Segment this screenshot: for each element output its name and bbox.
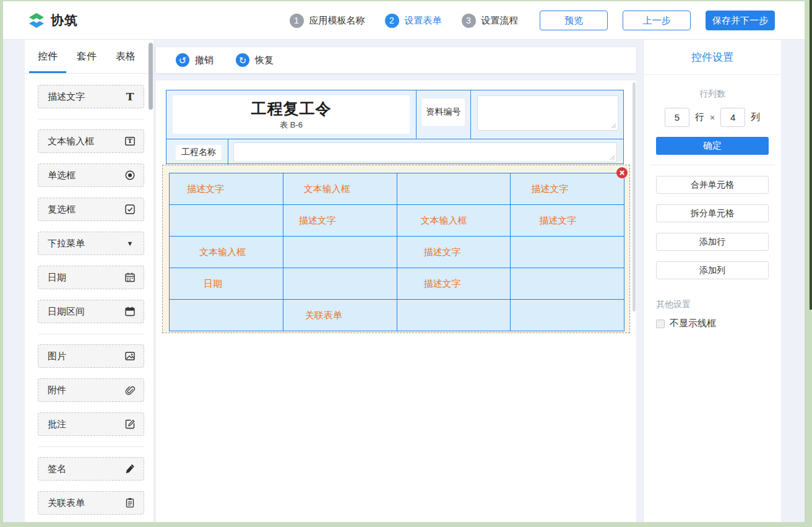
selected-table-block[interactable]: 描述文字 文本输入框 描述文字 描述文字 文本输入框 描述文字 文本输入框 描述… — [162, 165, 630, 333]
text-icon: T — [124, 91, 136, 102]
table-cell[interactable]: 文本输入框 — [397, 205, 511, 237]
delete-table-button[interactable] — [616, 167, 628, 178]
control-settings-panel: 控件设置 行列数 行 × 列 确定 合并单元格 拆分单元格 添加行 添加列 其他… — [644, 40, 781, 522]
form-title-box[interactable]: 工程复工令 表 B-6 — [173, 95, 410, 134]
rows-unit-label: 行 — [695, 111, 704, 123]
table-cell[interactable]: 描述文字 — [511, 173, 624, 205]
checkbox-icon — [124, 204, 136, 215]
step-2[interactable]: 2 设置表单 — [385, 14, 442, 28]
radio-icon — [124, 170, 136, 181]
resize-grip-icon[interactable] — [611, 123, 616, 129]
table-cell[interactable] — [511, 237, 624, 268]
control-item-attachment[interactable]: 附件 — [38, 378, 144, 402]
paperclip-icon — [124, 385, 136, 396]
project-name-label-cell[interactable]: 工程名称 — [166, 139, 228, 165]
table-cell[interactable] — [397, 300, 511, 331]
control-item-list: 描述文字 T 文本输入框 T 单选框 复选框 — [25, 74, 153, 515]
table-cell[interactable]: 关联表单 — [283, 300, 397, 331]
tab-tables[interactable]: 表格 — [116, 40, 136, 73]
pen-icon — [124, 463, 136, 474]
table-cell[interactable] — [397, 173, 511, 205]
table-cell[interactable] — [170, 300, 283, 331]
group-divider — [38, 119, 144, 120]
add-column-button[interactable]: 添加列 — [656, 261, 769, 279]
table-cell[interactable]: 描述文字 — [170, 173, 283, 205]
screen-edge — [810, 0, 812, 310]
table-cell[interactable] — [170, 205, 283, 237]
tab-suites[interactable]: 套件 — [77, 40, 97, 73]
table-cell[interactable]: 文本输入框 — [283, 173, 397, 205]
table-cell[interactable] — [283, 237, 397, 268]
image-icon — [124, 351, 136, 362]
other-settings-label: 其他设置 — [656, 299, 769, 310]
rows-input[interactable] — [665, 108, 689, 127]
hide-border-checkbox[interactable] — [656, 320, 665, 328]
dropdown-icon: ▼ — [124, 238, 136, 249]
cols-input[interactable] — [720, 108, 745, 127]
resize-grip-icon[interactable] — [610, 155, 615, 160]
hide-border-option: 不显示线框 — [656, 318, 769, 329]
brand-logo-icon — [28, 12, 45, 29]
tab-controls[interactable]: 控件 — [38, 40, 58, 73]
undo-button[interactable]: ↺ 撤销 — [176, 53, 214, 67]
confirm-button[interactable]: 确定 — [656, 137, 769, 155]
table-cell[interactable] — [511, 300, 624, 331]
project-name-textarea[interactable] — [233, 142, 617, 162]
canvas-scrollbar-thumb[interactable] — [633, 82, 636, 311]
step-3[interactable]: 3 设置流程 — [462, 14, 519, 28]
doc-number-label-cell[interactable]: 资料编号 — [417, 90, 471, 139]
table-cell[interactable] — [283, 268, 397, 300]
group-divider — [38, 446, 144, 447]
merge-cells-button[interactable]: 合并单元格 — [656, 176, 769, 194]
step-1[interactable]: 1 应用模板名称 — [290, 14, 365, 28]
svg-text:T: T — [127, 137, 132, 144]
input-text-icon: T — [124, 136, 136, 147]
step-1-number: 1 — [290, 14, 304, 28]
form-canvas[interactable]: 工程复工令 表 B-6 资料编号 工程名称 — [156, 81, 636, 522]
doc-number-textarea[interactable] — [477, 95, 618, 131]
project-name-input-cell[interactable] — [228, 139, 623, 165]
save-and-next-button[interactable]: 保存并下一步 — [706, 11, 775, 30]
control-item-radio[interactable]: 单选框 — [38, 163, 144, 187]
calendar-range-icon — [124, 306, 136, 317]
form-subtitle: 表 B-6 — [280, 120, 303, 131]
control-item-image[interactable]: 图片 — [38, 344, 144, 368]
table-cell[interactable]: 日期 — [170, 268, 283, 300]
annotate-icon — [124, 419, 136, 430]
preview-button[interactable]: 预览 — [540, 11, 608, 30]
control-item-linked-form[interactable]: 关联表单 — [38, 491, 144, 515]
control-item-signature[interactable]: 签名 — [38, 457, 144, 481]
control-item-description-text[interactable]: 描述文字 T — [38, 85, 144, 108]
control-item-checkbox[interactable]: 复选框 — [38, 198, 144, 221]
table-cell[interactable]: 文本输入框 — [170, 237, 283, 268]
table-cell[interactable]: 描述文字 — [511, 205, 624, 237]
table-cell[interactable]: 描述文字 — [397, 268, 511, 300]
panel-divider — [650, 165, 775, 165]
header-actions: 预览 上一步 保存并下一步 — [540, 11, 775, 30]
split-cells-button[interactable]: 拆分单元格 — [656, 204, 769, 222]
undo-icon: ↺ — [176, 53, 189, 67]
previous-step-button[interactable]: 上一步 — [623, 11, 691, 30]
control-item-text-input[interactable]: 文本输入框 T — [38, 129, 144, 153]
rowcol-label: 行列数 — [656, 89, 769, 100]
form-table: 描述文字 文本输入框 描述文字 描述文字 文本输入框 描述文字 文本输入框 描述… — [169, 173, 624, 331]
control-item-dropdown[interactable]: 下拉菜单 ▼ — [38, 232, 144, 255]
control-item-annotation[interactable]: 批注 — [38, 412, 144, 436]
add-row-button[interactable]: 添加行 — [656, 233, 769, 251]
wizard-steps: 1 应用模板名称 2 设置表单 3 设置流程 — [290, 1, 519, 40]
doc-number-input-cell[interactable] — [471, 90, 623, 139]
table-cell[interactable]: 描述文字 — [283, 205, 397, 237]
control-item-date-range[interactable]: 日期区间 — [38, 300, 144, 323]
group-divider — [38, 334, 144, 334]
form-header-block[interactable]: 工程复工令 表 B-6 资料编号 工程名称 — [166, 90, 624, 164]
control-item-date[interactable]: 日期 — [38, 266, 144, 289]
step-1-label: 应用模板名称 — [309, 15, 365, 27]
sidebar-tabs: 控件 套件 表格 — [25, 40, 153, 74]
form-title-cell[interactable]: 工程复工令 表 B-6 — [166, 90, 417, 139]
step-2-number: 2 — [385, 14, 399, 28]
form-link-icon — [124, 497, 136, 508]
table-cell[interactable]: 描述文字 — [397, 237, 511, 268]
table-cell[interactable] — [511, 268, 624, 300]
sidebar-scrollbar-thumb[interactable] — [149, 43, 153, 110]
redo-button[interactable]: ↻ 恢复 — [236, 53, 274, 67]
